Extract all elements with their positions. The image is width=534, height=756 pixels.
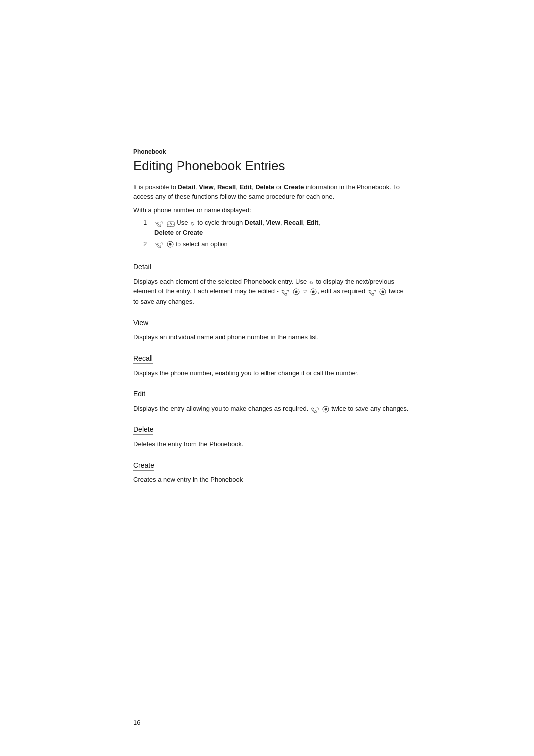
page-title: Editing Phonebook Entries: [134, 158, 410, 176]
ok-icon-detail3: [379, 288, 386, 295]
svg-point-1: [170, 223, 172, 225]
detail-text: Displays each element of the selected Ph…: [134, 277, 410, 306]
edit-text: Displays the entry allowing you to make …: [134, 404, 410, 414]
svg-point-11: [312, 291, 315, 293]
step-number-1: 1: [143, 218, 154, 228]
delete-text: Deletes the entry from the Phonebook.: [134, 439, 410, 449]
detail-section: Detail Displays each element of the sele…: [134, 256, 410, 306]
section-label: Phonebook: [134, 148, 410, 155]
edit-section: Edit Displays the entry allowing you to …: [134, 383, 410, 414]
steps-list: 1: [143, 218, 410, 249]
step-1-content: Use ☼ to cycle through Detail, View, Rec…: [154, 218, 410, 237]
edit-heading: Edit: [134, 390, 145, 399]
scroll-icon-detail: ☼: [309, 278, 314, 285]
phone-icon-edit: [311, 406, 319, 412]
svg-point-13: [382, 291, 384, 293]
intro-text: It is possible to Detail, View, Recall, …: [134, 182, 410, 201]
content-area: Phonebook Editing Phonebook Entries It i…: [134, 148, 410, 490]
view-text: Displays an individual name and phone nu…: [134, 332, 410, 342]
scroll-icon-detail2: ☼: [302, 287, 308, 295]
phone-icon-1: [155, 220, 164, 226]
page-number: 16: [134, 719, 140, 726]
ok-icon-edit: [322, 406, 329, 413]
nav-icon-1: [167, 220, 175, 226]
step-2: 2 to select an option: [143, 239, 410, 249]
view-heading: View: [134, 319, 148, 328]
scroll-icon-1: ☼: [190, 218, 196, 228]
ok-icon-detail2: [310, 288, 317, 295]
page: Phonebook Editing Phonebook Entries It i…: [0, 0, 534, 756]
phone-icon-detail: [281, 289, 290, 295]
svg-point-7: [169, 243, 171, 246]
step-1: 1: [143, 218, 410, 237]
phone-icon-detail2: [368, 289, 377, 295]
recall-text: Displays the phone number, enabling you …: [134, 368, 410, 378]
view-section: View Displays an individual name and pho…: [134, 312, 410, 342]
svg-point-15: [324, 408, 327, 410]
delete-heading: Delete: [134, 425, 153, 435]
step-number-2: 2: [143, 239, 154, 249]
ok-icon-detail1: [293, 288, 300, 295]
svg-point-9: [295, 291, 298, 293]
create-section: Create Creates a new entry in the Phoneb…: [134, 454, 410, 485]
with-phone-label: With a phone number or name displayed:: [134, 206, 410, 214]
phone-icon-2: [155, 241, 164, 247]
step-2-content: to select an option: [154, 239, 410, 249]
detail-heading: Detail: [134, 263, 151, 272]
create-heading: Create: [134, 461, 154, 471]
ok-icon-step2: [167, 241, 174, 248]
recall-section: Recall Displays the phone number, enabli…: [134, 347, 410, 378]
create-text: Creates a new entry in the Phonebook: [134, 475, 410, 485]
delete-section: Delete Deletes the entry from the Phoneb…: [134, 419, 410, 449]
recall-heading: Recall: [134, 354, 153, 364]
